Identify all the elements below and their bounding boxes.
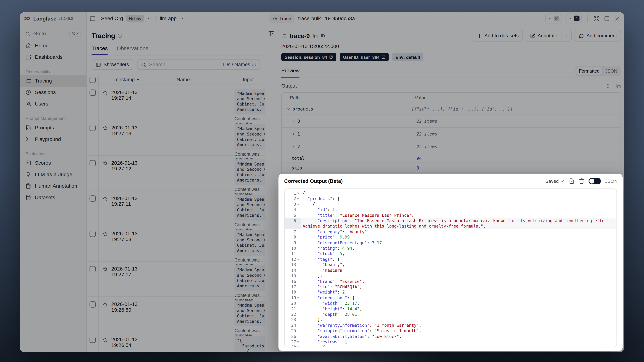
code-line: 28 { [284,344,616,347]
code-text: "dimensions": { [300,295,354,301]
line-number: 20 [291,300,296,306]
code-text: "brand": "Essence", [300,278,364,284]
app-window: Langfuse v3.146.0 Go to... ⌘ K HomeDashb… [20,12,624,352]
code-line: 23 }, [284,317,616,323]
token-p: : [340,312,345,316]
line-gutter: 26 [284,334,300,339]
token-k: "height" [322,306,342,311]
token-p: : [ [332,196,340,201]
code-line: 11 "stock": 5, [284,251,616,257]
token-p: : [367,334,372,339]
token-k: "id" [318,208,328,212]
code-text: "tags": [ [300,256,340,262]
token-p: , [412,213,414,218]
token-k: "rating" [318,246,337,250]
fold-icon[interactable] [297,297,300,299]
code-line: 1{ [284,190,616,196]
line-gutter: 23 [284,317,300,323]
code-text: "products": [ [300,196,340,202]
code-line: 4 "id": 1, [284,207,616,213]
fold-icon[interactable] [297,341,300,343]
code-text: "mascara" [300,268,345,273]
code-line: 27 "reviews": [ [284,339,616,345]
saved-status: Saved [545,179,565,184]
token-k: "discountPercentage" [318,240,367,245]
line-gutter: 22 [284,312,300,317]
line-gutter: 11 [284,251,300,257]
token-p: : [342,306,347,311]
token-s: "Ships in 1 month" [374,328,419,333]
code-text: "stock": 5, [300,251,345,257]
line-gutter: 12 [284,256,300,262]
fold-icon[interactable] [297,198,300,200]
token-p: , [382,240,384,245]
token-n: 2 [342,290,345,294]
code-line: 12 "tags": [ [284,256,616,262]
fold-icon[interactable] [297,204,300,205]
code-text: "beauty", [300,262,345,268]
json-toggle[interactable] [589,178,601,184]
token-p [303,340,318,344]
token-p: , [419,328,422,333]
dialog-title: Corrected Output (Beta) [284,178,541,184]
token-p: { [303,345,325,348]
line-gutter: 10 [284,246,300,251]
token-n: 5 [340,252,342,256]
token-p [303,218,318,223]
code-text: "title": "Essence Mascara Lash Prince", [300,212,414,218]
token-p: : [370,323,374,328]
line-gutter: 2 [284,196,300,202]
token-p [303,301,322,306]
line-number: 7 [294,229,296,234]
token-s: "mascara" [322,268,345,272]
fold-icon[interactable] [297,258,300,260]
code-editor[interactable]: 1{2 "products": [3 {4 "id": 1,5 "title":… [284,188,617,348]
desktop-backdrop: Langfuse v3.146.0 Go to... ⌘ K HomeDashb… [0,0,644,362]
token-p: , [352,246,355,250]
code-text: { [300,190,305,196]
line-number: 25 [291,328,296,334]
token-k: "price" [318,235,335,240]
line-gutter: 3 [284,202,300,207]
line-gutter: 4 [284,207,300,213]
token-p: : [350,218,355,223]
token-k: "warrantyInformation" [318,323,370,328]
code-line: 22 "depth": 28.01 [284,312,616,317]
token-p: : [ [332,257,340,262]
line-gutter: 1 [284,190,300,196]
line-number: 18 [291,290,296,295]
token-p: , [357,301,360,306]
token-p: : [335,235,340,240]
line-gutter: 27 [284,339,300,345]
line-number: 19 [291,295,296,301]
code-text: "width": 23.17, [300,300,360,306]
code-line: 17 "sku": "RCH45Q1A", [284,284,616,290]
token-n: 4.94 [342,246,352,250]
token-p [303,279,318,284]
code-line: 8 "price": 9.99, [284,234,616,240]
fold-icon[interactable] [297,192,300,194]
line-gutter: 17 [284,284,300,290]
token-p: : [335,279,340,284]
token-p [303,323,318,328]
line-gutter: 5 [284,212,300,218]
trash-icon[interactable] [579,178,584,184]
code-text: "sku": "RCH45Q1A", [300,284,362,290]
token-n: 9.99 [340,235,350,240]
export-icon[interactable] [569,178,575,184]
token-k: "dimensions" [318,296,347,300]
code-line: 19 "dimensions": { [284,295,616,301]
line-number: 10 [291,246,296,251]
token-k: "availabilityStatus" [318,334,367,339]
code-line: 18 "weight": 2, [284,290,616,295]
token-p: , [350,235,352,240]
code-line: 5 "title": "Essence Mascara Lash Prince"… [284,212,616,218]
line-gutter [284,224,300,229]
fold-icon[interactable] [297,346,300,347]
token-p: : [337,290,342,294]
json-toggle-label: JSON [605,179,618,184]
token-p: : [328,208,332,212]
dialog-header: Corrected Output (Beta) Saved JSON [278,174,622,188]
line-gutter: 16 [284,278,300,284]
code-line: Achieve dramatic lashes with this long-l… [284,224,616,229]
